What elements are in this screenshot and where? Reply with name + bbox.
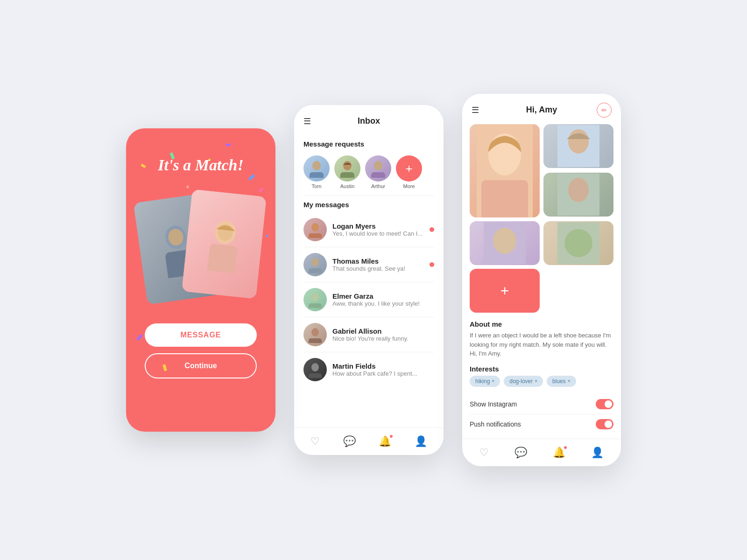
heart-nav-icon[interactable]: ♡	[479, 447, 489, 459]
thomas-name: Thomas Miles	[332, 257, 424, 265]
tag-label: hiking	[475, 378, 490, 385]
svg-point-29	[568, 178, 589, 202]
profile-photo-5	[543, 221, 613, 265]
profile-body: + About me If I were an object I would b…	[462, 119, 621, 439]
svg-point-6	[312, 161, 321, 170]
message-logan[interactable]: Logan Myers Yes, I would love to meet! C…	[294, 212, 444, 247]
svg-point-27	[568, 129, 589, 154]
svg-point-8	[343, 161, 352, 170]
requests-label: Message requests	[294, 135, 444, 152]
tag-label: blues	[552, 378, 566, 385]
confetti	[226, 143, 231, 147]
unread-dot	[430, 262, 434, 267]
bell-nav-icon[interactable]: 🔔	[553, 447, 565, 459]
interests-section: Interests hiking × dog-lover × blues ×	[470, 365, 613, 387]
confetti	[141, 164, 146, 168]
svg-rect-4	[207, 244, 238, 274]
tag-close-icon[interactable]: ×	[535, 378, 537, 384]
message-button[interactable]: MESSAGE	[145, 323, 257, 347]
thomas-avatar	[303, 253, 327, 276]
profile-photo-main	[470, 124, 540, 217]
message-elmer[interactable]: Elmer Garza Aww, thank you. I like your …	[294, 282, 444, 317]
about-section: About me If I were an object I would be …	[470, 320, 613, 358]
svg-rect-22	[309, 373, 322, 378]
profile-nav-icon[interactable]: 👤	[591, 447, 604, 459]
elmer-name: Elmer Garza	[332, 292, 434, 300]
arthur-name: Arthur	[371, 183, 385, 189]
svg-rect-11	[371, 172, 385, 178]
request-item-austin[interactable]: Austin	[334, 155, 360, 189]
message-martin[interactable]: Martin Fields How about Park cafe? I spe…	[294, 352, 444, 387]
match-title: It's a Match!	[158, 156, 243, 174]
tom-avatar	[303, 155, 330, 182]
tag-close-icon[interactable]: ×	[568, 378, 571, 384]
push-notifications-row: Push notifications	[470, 414, 613, 434]
request-item-arthur[interactable]: Arthur	[365, 155, 391, 189]
inbox-navigation: ♡ 💬 🔔 👤	[294, 427, 444, 455]
chat-nav-icon[interactable]: 💬	[343, 435, 356, 448]
inbox-body: Message requests Tom	[294, 131, 444, 427]
profile-photo-2	[543, 124, 613, 168]
svg-point-17	[311, 293, 319, 301]
show-instagram-toggle[interactable]	[596, 399, 613, 409]
svg-point-31	[493, 228, 516, 254]
tag-close-icon[interactable]: ×	[492, 378, 494, 384]
request-item-more[interactable]: + More	[396, 155, 422, 189]
request-item-tom[interactable]: Tom	[303, 155, 330, 189]
more-name: More	[403, 183, 415, 189]
about-title: About me	[470, 320, 613, 328]
message-gabriel[interactable]: Gabriel Allison Nice bio! You're really …	[294, 317, 444, 352]
unread-dot	[430, 227, 434, 232]
elmer-preview: Aww, thank you. I like your style!	[332, 300, 434, 307]
menu-icon[interactable]: ☰	[303, 116, 311, 126]
profile-navigation: ♡ 💬 🔔 👤	[462, 439, 621, 466]
svg-rect-16	[309, 268, 322, 273]
confetti	[136, 334, 143, 341]
confetti	[265, 234, 268, 237]
inbox-header: ☰ Inbox	[294, 105, 444, 131]
gabriel-content: Gabriel Allison Nice bio! You're really …	[332, 327, 434, 342]
request-avatars-row: Tom Austin	[294, 152, 444, 196]
gabriel-avatar	[303, 323, 327, 346]
push-notifications-toggle[interactable]	[596, 419, 613, 429]
more-button[interactable]: +	[396, 155, 422, 182]
arthur-avatar	[365, 155, 391, 182]
photo-grid: +	[470, 124, 613, 313]
svg-rect-14	[309, 233, 322, 238]
austin-name: Austin	[340, 183, 355, 189]
add-photo-button[interactable]: +	[470, 269, 540, 313]
notification-dot	[389, 434, 393, 438]
tag-dog-lover[interactable]: dog-lover ×	[504, 376, 543, 387]
svg-point-15	[311, 258, 319, 266]
show-instagram-label: Show Instagram	[470, 400, 517, 408]
edit-icon[interactable]: ✏	[597, 103, 612, 118]
match-screen: ✦ + It's a Match!	[126, 128, 275, 432]
svg-rect-9	[340, 172, 354, 178]
interests-title: Interests	[470, 365, 613, 373]
show-instagram-row: Show Instagram	[470, 394, 613, 414]
profile-photo-3	[543, 173, 613, 217]
elmer-content: Elmer Garza Aww, thank you. I like your …	[332, 292, 434, 307]
notification-dot	[564, 446, 567, 449]
woman-avatar	[182, 189, 267, 299]
tag-label: dog-lover	[509, 378, 533, 385]
tag-hiking[interactable]: hiking ×	[470, 376, 500, 387]
confetti	[248, 174, 255, 180]
continue-button[interactable]: Continue	[145, 353, 257, 378]
svg-rect-7	[310, 172, 324, 178]
profile-photo-4	[470, 221, 540, 265]
bell-nav-icon[interactable]: 🔔	[379, 435, 391, 448]
logan-avatar	[303, 218, 327, 241]
chat-nav-icon[interactable]: 💬	[514, 447, 527, 459]
heart-nav-icon[interactable]: ♡	[310, 435, 320, 448]
message-thomas[interactable]: Thomas Miles That sounds great. See ya!	[294, 247, 444, 282]
svg-point-33	[564, 229, 592, 257]
svg-point-10	[374, 161, 382, 170]
menu-icon[interactable]: ☰	[472, 105, 479, 115]
thomas-content: Thomas Miles That sounds great. See ya!	[332, 257, 424, 272]
thomas-preview: That sounds great. See ya!	[332, 265, 424, 272]
profile-nav-icon[interactable]: 👤	[415, 435, 427, 448]
gabriel-preview: Nice bio! You're really funny.	[332, 335, 434, 342]
svg-rect-20	[309, 338, 322, 343]
tag-blues[interactable]: blues ×	[547, 376, 576, 387]
